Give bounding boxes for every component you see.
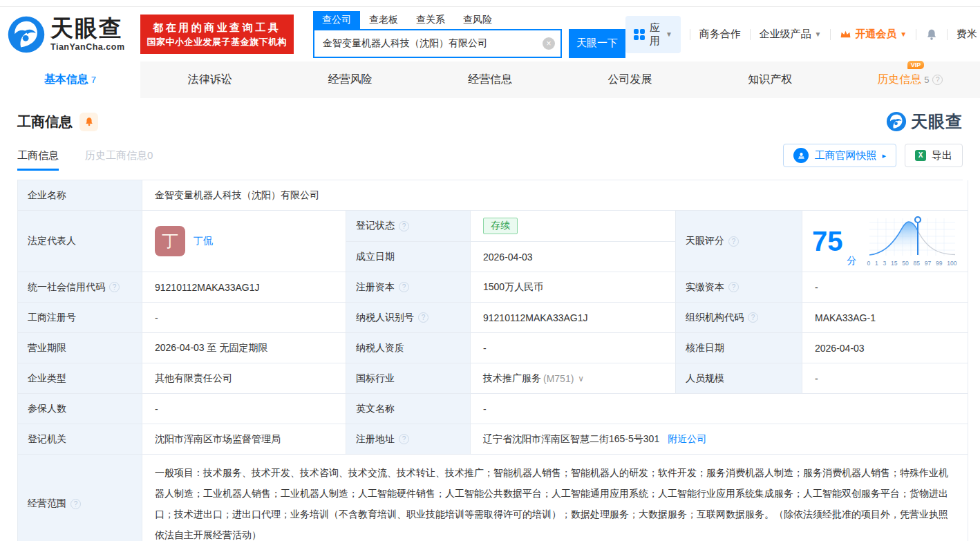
tab-label: 基本信息 [44,73,88,87]
menu-divider [690,29,690,40]
tab-label: 经营风险 [328,73,372,87]
menu-vip[interactable]: 开通会员 ▼ [840,28,907,41]
promo-line2: 国家中小企业发展子基金旗下机构 [147,35,288,49]
status-badge: 存续 [483,218,518,234]
legal-rep-link[interactable]: 丁侃 [194,235,213,247]
site-header: 天眼查 TianYanCha.com 都在用的商业查询工具 国家中小企业发展子基… [0,7,980,61]
tyc-score-label: 天眼评分? [676,211,802,272]
score-number: 75 [812,227,843,255]
taxpayer-quality-label: 纳税人资质 [346,333,471,363]
tianyancha-watermark: 天眼查 [886,111,963,133]
search-block: 查公司 查老板 查关系 查风险 × 天眼一下 [313,11,625,58]
arrow-right-icon: ▸ [882,151,886,160]
help-icon[interactable]: ? [418,312,428,323]
apps-label: 应用 [650,21,661,48]
notification-bell-icon[interactable] [925,28,938,41]
business-scope-label: 经营范围? [18,455,142,541]
help-icon[interactable]: ? [728,236,739,247]
apps-menu[interactable]: 应用 ▼ [625,16,681,53]
reg-number-label: 工商注册号 [18,303,142,333]
help-icon[interactable]: ? [399,221,409,231]
taxpayer-quality-value: - [471,333,676,363]
help-icon[interactable]: ? [932,75,943,85]
english-name-label: 英文名称 [346,394,471,424]
tab-company-development[interactable]: 公司发展 [560,61,700,98]
official-snapshot-button[interactable]: 工商官网快照 ▸ [783,144,896,167]
top-divider [0,0,980,7]
taxpayer-id-label: 纳税人识别号? [346,303,471,333]
paid-capital-label: 实缴资本? [676,272,802,303]
tab-intellectual-property[interactable]: 知识产权 [700,61,840,98]
menu-divider [750,29,751,40]
business-scope-value: 一般项目：技术服务、技术开发、技术咨询、技术交流、技术转让、技术推广；智能机器人… [142,455,968,541]
enterprise-label: 企业级产品 [760,28,811,41]
snapshot-label: 工商官网快照 [814,149,876,162]
logo-domain: TianYanCha.com [50,43,125,52]
industry-value[interactable]: 技术推广服务 (M751) ∨ [471,363,676,394]
tianyancha-logo[interactable]: 天眼查 TianYanCha.com [7,15,125,54]
help-icon[interactable]: ? [399,282,409,292]
tab-operation-risk[interactable]: 经营风险 [280,61,420,98]
industry-code: (M751) [543,373,574,384]
help-icon[interactable]: ? [70,499,81,509]
menu-divider [947,29,948,40]
tab-operation-info[interactable]: 经营信息 [420,61,560,98]
vip-badge: VIP [907,61,925,69]
tab-label: 历史信息 [877,73,921,87]
menu-cooperation[interactable]: 商务合作 [699,28,741,41]
search-tab-relation[interactable]: 查关系 [407,11,454,29]
help-icon[interactable]: ? [728,282,739,292]
reg-address-label: 注册地址? [346,424,471,455]
tab-history-info[interactable]: 历史信息 VIP 5 ? [840,61,980,98]
clear-search-icon[interactable]: × [543,37,555,50]
export-button[interactable]: X 导出 [905,144,963,167]
company-nav-tabs: 基本信息 7 法律诉讼 经营风险 经营信息 公司发展 知识产权 历史信息 VIP… [0,61,980,98]
insured-count-value: - [142,394,346,424]
logo-title: 天眼查 [50,17,125,41]
staff-size-value: - [802,363,968,394]
chevron-down-icon[interactable]: ∨ [578,374,584,383]
reg-capital-value: 1500万人民币 [471,272,676,303]
help-icon[interactable]: ? [748,312,758,323]
legal-rep-avatar[interactable]: 丁 [155,226,185,256]
credit-code-label: 统一社会信用代码? [18,272,142,303]
apps-grid-icon [634,29,645,40]
nearby-companies-link[interactable]: 附近公司 [668,433,706,446]
approval-date-value: 2026-04-03 [802,333,968,363]
search-input[interactable] [313,29,562,58]
score-distribution-chart: 0131550859799100 [867,216,958,267]
stamp-icon [793,148,809,163]
promo-line1: 都在用的商业查询工具 [147,19,288,35]
chevron-down-icon: ▼ [900,30,907,38]
insured-count-label: 参保人数 [18,394,142,424]
search-tab-boss[interactable]: 查老板 [360,11,407,29]
subtab-history-business-info[interactable]: 历史工商信息0 [85,141,153,171]
reg-authority-value: 沈阳市浑南区市场监督管理局 [142,424,346,455]
tab-legal-litigation[interactable]: 法律诉讼 [140,61,281,98]
org-code-value: MAKA33AG-1 [802,303,968,333]
help-icon[interactable]: ? [399,434,409,444]
user-menu[interactable]: 费米 ▼ [957,28,980,41]
tab-label: 知识产权 [748,73,792,87]
help-icon[interactable]: ? [109,282,120,292]
tianyancha-watermark-icon [886,111,907,132]
credit-code-value: 91210112MAKA33AG1J [142,272,346,303]
monitor-bell-icon[interactable] [79,113,98,131]
score-axis-ticks: 0131550859799100 [867,259,958,267]
menu-enterprise[interactable]: 企业级产品 ▼ [760,28,822,41]
username: 费米 [957,28,977,41]
company-name-value: 金智变量机器人科技（沈阳）有限公司 [142,180,968,211]
subtab-row: 工商信息 历史工商信息0 工商官网快照 ▸ X 导出 [0,140,980,171]
search-tab-risk[interactable]: 查风险 [454,11,501,29]
search-tabs: 查公司 查老板 查关系 查风险 [313,11,625,29]
reg-number-value: - [142,303,346,333]
search-tab-company[interactable]: 查公司 [313,11,360,29]
subtab-business-info[interactable]: 工商信息 [17,141,59,171]
tab-basic-info[interactable]: 基本信息 7 [0,61,140,98]
reg-capital-label: 注册资本? [346,272,471,303]
tyc-score-value[interactable]: 75 分 013155 [802,211,968,272]
staff-size-label: 人员规模 [676,363,802,394]
vip-label: 开通会员 [855,28,896,41]
search-button[interactable]: 天眼一下 [569,29,625,58]
business-term-label: 营业期限 [18,333,142,363]
